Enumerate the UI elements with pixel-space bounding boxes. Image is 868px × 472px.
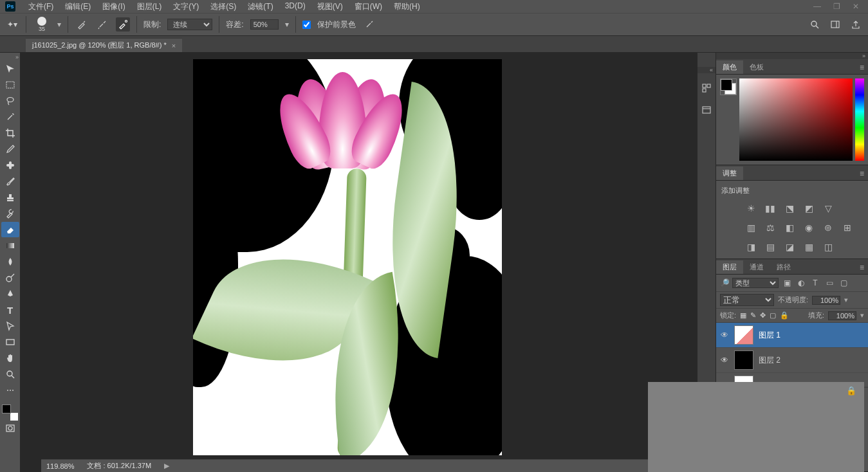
doc-size[interactable]: 文档 : 601.2K/1.37M	[87, 461, 151, 471]
brightness-icon[interactable]: ☀	[744, 202, 757, 215]
filter-adjust-icon[interactable]: ◐	[795, 277, 807, 289]
tab-close-icon[interactable]: ×	[172, 42, 176, 50]
wand-tool[interactable]	[1, 109, 19, 125]
menu-type[interactable]: 文字(Y)	[168, 0, 204, 14]
bg-color[interactable]	[10, 412, 19, 421]
exposure-icon[interactable]: ◩	[802, 202, 815, 215]
fg-bg-swatch[interactable]	[720, 78, 737, 95]
opacity-dropdown-icon[interactable]: ▾	[844, 296, 848, 304]
close-button[interactable]: ✕	[849, 1, 863, 12]
menu-help[interactable]: 帮助(H)	[389, 0, 425, 14]
tab-color[interactable]: 颜色	[716, 60, 743, 74]
layer-thumb[interactable]	[734, 350, 753, 370]
brush-tool[interactable]	[1, 174, 19, 189]
curves-icon[interactable]: ⬔	[783, 202, 796, 215]
document-tab[interactable]: j161025_2.jpg @ 120% (图层 1, RGB/8#) * ×	[26, 38, 182, 52]
filter-type-icon[interactable]: T	[809, 277, 821, 289]
blend-mode-select[interactable]: 正常	[720, 294, 774, 306]
tolerance-dropdown-icon[interactable]: ▾	[285, 20, 289, 29]
lock-artboard-icon[interactable]: ▢	[770, 311, 776, 320]
levels-icon[interactable]: ▮▮	[764, 202, 777, 215]
layer-name[interactable]: 图层 1	[759, 330, 780, 341]
menu-layer[interactable]: 图层(L)	[132, 0, 167, 14]
menu-filter[interactable]: 滤镜(T)	[243, 0, 278, 14]
rectangle-tool[interactable]	[1, 334, 19, 350]
zoom-level[interactable]: 119.88%	[46, 462, 74, 470]
threshold-icon[interactable]: ◪	[783, 241, 796, 253]
canvas-area[interactable]: 119.88% 文档 : 601.2K/1.37M ▶	[21, 53, 697, 472]
selective-icon[interactable]: ◫	[822, 241, 835, 253]
brush-panel-icon[interactable]	[75, 17, 89, 32]
heal-tool[interactable]	[1, 158, 19, 173]
lut-icon[interactable]: ⊞	[841, 221, 854, 234]
opacity-value[interactable]: 100%	[812, 296, 840, 305]
filter-kind-select[interactable]: 类型	[732, 278, 779, 288]
color-swatches[interactable]	[3, 406, 17, 420]
share-icon[interactable]	[849, 17, 863, 32]
blur-tool[interactable]	[1, 254, 19, 269]
fg-color[interactable]	[2, 404, 11, 413]
panel-menu-icon[interactable]: ≡	[856, 261, 868, 274]
quickmask-tool[interactable]	[1, 421, 19, 436]
search-icon[interactable]	[808, 17, 822, 32]
tab-layers[interactable]: 图层	[716, 260, 743, 274]
layer-thumb[interactable]	[734, 325, 753, 345]
dodge-tool[interactable]	[1, 270, 19, 286]
menu-image[interactable]: 图像(I)	[97, 0, 130, 14]
tolerance-input[interactable]	[250, 19, 279, 30]
edit-toolbar-icon[interactable]: ⋯	[1, 383, 19, 398]
menu-file[interactable]: 文件(F)	[23, 0, 59, 14]
expand-panels-icon[interactable]: «	[697, 67, 716, 73]
brush-dropdown-icon[interactable]: ▾	[57, 20, 61, 29]
filter-shape-icon[interactable]: ▭	[824, 277, 835, 289]
document-canvas[interactable]	[193, 59, 502, 455]
limit-select[interactable]: 连续	[167, 19, 212, 30]
hue-icon[interactable]: ▥	[744, 221, 757, 234]
brush-preview[interactable]: 35	[33, 15, 51, 33]
crop-tool[interactable]	[1, 125, 19, 141]
hue-slider[interactable]	[855, 78, 864, 161]
bw-icon[interactable]: ◧	[783, 221, 796, 234]
menu-view[interactable]: 视图(V)	[312, 0, 348, 14]
tool-preset-icon[interactable]: ✦▾	[5, 17, 19, 32]
status-arrow-icon[interactable]: ▶	[164, 462, 169, 470]
tab-channels[interactable]: 通道	[743, 260, 770, 274]
maximize-button[interactable]: ❐	[829, 1, 844, 12]
workspace-icon[interactable]	[828, 17, 842, 32]
fill-value[interactable]: 100%	[828, 311, 856, 320]
properties-panel-icon[interactable]	[699, 103, 714, 117]
filter-pixel-icon[interactable]: ▣	[781, 277, 793, 289]
filter-smart-icon[interactable]: ▢	[838, 277, 849, 289]
vibrance-icon[interactable]: ▽	[822, 202, 835, 215]
lock-paint-icon[interactable]: ✎	[750, 311, 756, 320]
lock-transparency-icon[interactable]: ▦	[740, 311, 746, 320]
overlay-window[interactable]: 🔒	[648, 382, 864, 472]
gradmap-icon[interactable]: ▦	[802, 241, 815, 253]
hand-tool[interactable]	[1, 350, 19, 366]
history-panel-icon[interactable]	[699, 81, 714, 95]
layer-item[interactable]: 👁 图层 1	[716, 323, 868, 348]
fill-dropdown-icon[interactable]: ▾	[860, 311, 864, 320]
collapse-panels-icon[interactable]: »	[716, 53, 868, 59]
menu-edit[interactable]: 编辑(E)	[60, 0, 96, 14]
lasso-tool[interactable]	[1, 93, 19, 109]
menu-3d[interactable]: 3D(D)	[280, 0, 311, 14]
visibility-icon[interactable]: 👁	[720, 331, 729, 340]
color-field[interactable]	[739, 78, 853, 161]
fg-color-swatch[interactable]	[721, 79, 732, 91]
colorbal-icon[interactable]: ⚖	[764, 221, 777, 234]
eyedropper-tool[interactable]	[1, 141, 19, 157]
eraser-tool[interactable]	[1, 222, 19, 237]
panel-menu-icon[interactable]: ≡	[856, 167, 868, 180]
lock-all where-icon[interactable]: 🔒	[780, 311, 789, 320]
marquee-tool[interactable]	[1, 77, 19, 93]
photo-filter-icon[interactable]: ◉	[802, 221, 815, 234]
pen-tool[interactable]	[1, 286, 19, 302]
layer-name[interactable]: 图层 2	[759, 355, 780, 366]
toolbox-collapse-icon[interactable]: »	[0, 54, 20, 60]
lock-position-icon[interactable]: ✥	[760, 311, 766, 320]
gradient-tool[interactable]	[1, 238, 19, 253]
type-tool[interactable]: T	[1, 302, 19, 318]
path-select-tool[interactable]	[1, 318, 19, 334]
color-target-icon[interactable]	[362, 17, 376, 32]
